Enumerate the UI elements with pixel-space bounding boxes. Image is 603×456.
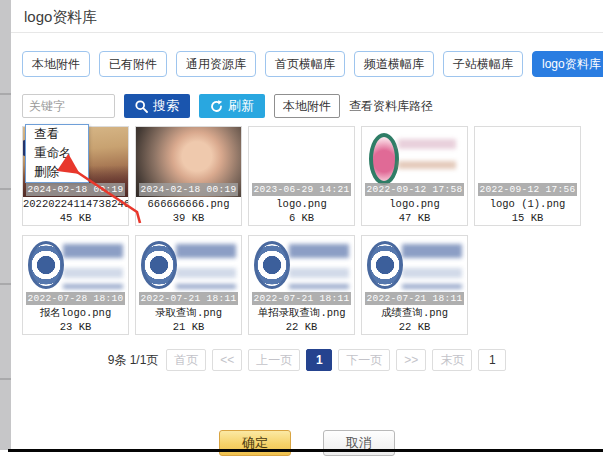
ok-button[interactable]: 确定 [219, 430, 291, 456]
keyword-input[interactable] [22, 94, 115, 118]
local-attachment-button[interactable]: 本地附件 [274, 94, 340, 118]
context-menu-item[interactable]: 查看 [26, 125, 88, 144]
file-card[interactable]: 2022-07-21 18:11 录取查询.png 21 KB [135, 235, 242, 335]
file-size: 21 KB [136, 321, 241, 335]
page: logo资料库 本地附件 已有附件 通用资源库 首页横幅库 频道横幅库 子站横幅… [0, 0, 603, 456]
library-tab[interactable]: logo资料库 [532, 51, 603, 77]
context-menu-item[interactable]: 重命名 [26, 144, 88, 163]
dialog-footer: 确定 取消 [11, 430, 603, 456]
search-button-label: 搜索 [153, 97, 179, 115]
file-thumbnail: 2022-09-12 17:58 [362, 127, 467, 197]
fast-prev-button[interactable]: << [212, 349, 242, 371]
context-menu: 查看 重命名 删除 [25, 124, 89, 183]
file-name: 666666666.png [136, 197, 241, 212]
file-thumbnail: 2022-07-21 18:11 [362, 236, 467, 306]
prev-page-button[interactable]: 上一页 [248, 349, 300, 371]
file-size: 22 KB [249, 321, 354, 335]
search-toolbar: 搜索 刷新 本地附件 查看资料库路径 [22, 94, 433, 118]
file-name: 20220224114738246.jpg [23, 197, 128, 212]
dialog-title: logo资料库 [24, 8, 97, 27]
refresh-button-label: 刷新 [228, 97, 254, 115]
item-count: 9条 [108, 353, 127, 367]
view-library-path-link[interactable]: 查看资料库路径 [349, 98, 433, 115]
file-size: 45 KB [23, 212, 128, 226]
cancel-button[interactable]: 取消 [323, 430, 395, 456]
search-icon [135, 100, 148, 113]
library-tab[interactable]: 本地附件 [22, 51, 90, 77]
file-thumbnail: 2023-06-29 14:21 [249, 127, 354, 197]
file-thumbnail: 2022-07-28 18:10 [23, 236, 128, 306]
library-tab[interactable]: 首页横幅库 [265, 51, 345, 77]
file-thumbnail: 2022-07-21 18:11 [136, 236, 241, 306]
last-page-button[interactable]: 末页 [432, 349, 472, 371]
file-timestamp: 2022-09-12 17:58 [365, 183, 464, 196]
file-name: 单招录取查询.png [249, 306, 354, 321]
file-timestamp: 2022-07-21 18:11 [139, 292, 238, 305]
file-timestamp: 2024-02-18 00:19 [26, 183, 125, 196]
file-thumbnail: 2022-09-12 17:56 [475, 127, 580, 197]
first-page-button[interactable]: 首页 [166, 349, 206, 371]
search-button[interactable]: 搜索 [124, 94, 190, 118]
current-page-button[interactable]: 1 [306, 349, 332, 371]
file-timestamp: 2022-07-21 18:11 [365, 292, 464, 305]
file-card[interactable]: 2022-09-12 17:56 logo (1).png 15 KB [474, 126, 581, 226]
file-name: 录取查询.png [136, 306, 241, 321]
file-name: logo (1).png [475, 197, 580, 212]
library-tab[interactable]: 子站横幅库 [443, 51, 523, 77]
refresh-icon [210, 100, 223, 113]
file-card[interactable]: 2024-02-18 00:19 666666666.png 39 KB [135, 126, 242, 226]
file-size: 23 KB [23, 321, 128, 335]
file-timestamp: 2023-06-29 14:21 [252, 183, 351, 196]
title-divider [11, 32, 603, 33]
fast-next-button[interactable]: >> [396, 349, 426, 371]
file-name: logo.png [249, 197, 354, 212]
file-size: 39 KB [136, 212, 241, 226]
library-tab[interactable]: 通用资源库 [176, 51, 256, 77]
window-bottom-edge [8, 449, 603, 452]
file-grid: 2024-02-18 00:19 20220224114738246.jpg 4… [22, 126, 592, 335]
file-thumbnail: 2022-07-21 18:11 [249, 236, 354, 306]
library-tab[interactable]: 频道横幅库 [354, 51, 434, 77]
file-size: 47 KB [362, 212, 467, 226]
file-name: 成绩查询.png [362, 306, 467, 321]
file-timestamp: 2024-02-18 00:19 [139, 183, 238, 196]
file-name: logo.png [362, 197, 467, 212]
pagination-summary: 9条 1/1页 [108, 352, 159, 369]
file-timestamp: 2022-07-28 18:10 [26, 292, 125, 305]
file-size: 6 KB [249, 212, 354, 226]
background-page-strip [0, 0, 11, 450]
file-size: 22 KB [362, 321, 467, 335]
file-timestamp: 2022-09-12 17:56 [478, 183, 577, 196]
library-tabs: 本地附件 已有附件 通用资源库 首页横幅库 频道横幅库 子站横幅库 logo资料… [22, 51, 603, 77]
pagination: 9条 1/1页 首页 << 上一页 1 下一页 >> 末页 [11, 348, 603, 372]
file-thumbnail: 2024-02-18 00:19 [136, 127, 241, 197]
file-card[interactable]: 2022-07-21 18:11 成绩查询.png 22 KB [361, 235, 468, 335]
context-menu-item[interactable]: 删除 [26, 163, 88, 182]
file-timestamp: 2022-07-21 18:11 [252, 292, 351, 305]
page-count: 1/1页 [130, 353, 159, 367]
refresh-button[interactable]: 刷新 [199, 94, 265, 118]
logo-library-dialog: logo资料库 本地附件 已有附件 通用资源库 首页横幅库 频道横幅库 子站横幅… [11, 0, 603, 450]
file-card[interactable]: 2022-09-12 17:58 logo.png 47 KB [361, 126, 468, 226]
file-name: 报名logo.png [23, 306, 128, 321]
file-card[interactable]: 2022-07-21 18:11 单招录取查询.png 22 KB [248, 235, 355, 335]
file-card[interactable]: 2022-07-28 18:10 报名logo.png 23 KB [22, 235, 129, 335]
file-size: 15 KB [475, 212, 580, 226]
file-card[interactable]: 2023-06-29 14:21 logo.png 6 KB [248, 126, 355, 226]
next-page-button[interactable]: 下一页 [338, 349, 390, 371]
library-tab[interactable]: 已有附件 [99, 51, 167, 77]
page-jump-input[interactable] [478, 349, 506, 371]
